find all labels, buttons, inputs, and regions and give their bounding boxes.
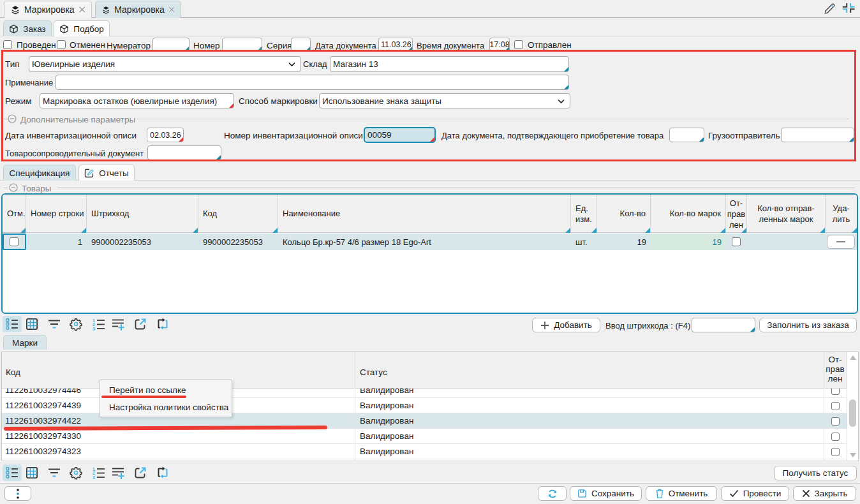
svg-text:3: 3 [93, 327, 95, 331]
svg-text:3: 3 [93, 475, 95, 480]
